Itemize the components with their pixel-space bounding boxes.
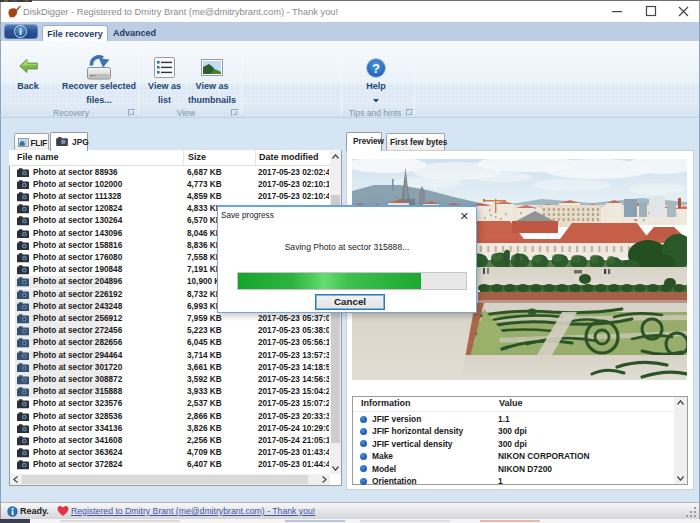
svg-text:?: ? — [372, 61, 380, 76]
